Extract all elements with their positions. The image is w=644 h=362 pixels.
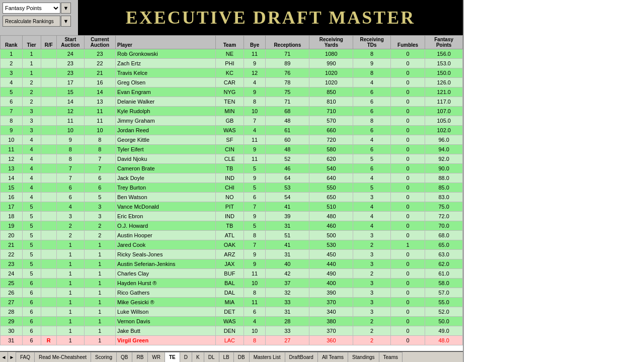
cell-start-auction: 1 — [56, 307, 84, 317]
tab-all-teams[interactable]: All Teams — [318, 352, 348, 362]
cell-fumbles: 0 — [390, 116, 425, 126]
cell-bye: 8 — [244, 288, 266, 298]
cell-team: MIN — [215, 107, 244, 116]
cell-tier: 6 — [22, 326, 41, 336]
cell-tier: 5 — [22, 250, 41, 259]
recalculate-dropdown-arrow[interactable]: ▼ — [61, 16, 71, 27]
table-row[interactable]: 5 2 15 14 Evan Engram NYG 9 75 850 6 0 1… — [1, 87, 463, 97]
cell-rank: 17 — [1, 202, 23, 212]
cell-tier: 4 — [22, 135, 41, 145]
tab-standings[interactable]: Standings — [348, 352, 379, 362]
cell-rf — [41, 164, 56, 173]
table-row[interactable]: 29 6 1 1 Vernon Davis WAS 4 28 380 2 0 5… — [1, 317, 463, 326]
table-row[interactable]: 14 4 7 6 Jack Doyle IND 9 64 640 4 0 88.… — [1, 173, 463, 183]
table-row[interactable]: 31 6 R 1 1 Virgil Green LAC 8 27 360 2 0… — [1, 336, 463, 345]
col-receiving-tds: ReceivingTDs — [353, 36, 391, 49]
cell-bye: 5 — [244, 221, 266, 231]
table-row[interactable]: 27 6 1 1 Mike Gesicki ® MIA 11 33 370 3 … — [1, 298, 463, 307]
table-row[interactable]: 7 3 12 11 Kyle Rudolph MIN 10 68 710 6 0… — [1, 107, 463, 116]
recalculate-button[interactable]: Recalculate Rankings — [3, 16, 60, 27]
tab-dl[interactable]: DL — [204, 352, 219, 362]
cell-fumbles: 0 — [390, 107, 425, 116]
tab-faq[interactable]: FAQ — [16, 352, 35, 362]
cell-fantasy-points: 68.0 — [425, 231, 463, 240]
tab-db[interactable]: DB — [234, 352, 250, 362]
table-row[interactable]: 20 5 2 2 Austin Hooper ATL 8 51 500 3 0 … — [1, 231, 463, 240]
cell-bye: 11 — [244, 298, 266, 307]
cell-receiving-tds: 2 — [353, 240, 391, 250]
cell-start-auction: 1 — [56, 326, 84, 336]
tab-k[interactable]: K — [192, 352, 204, 362]
cell-fumbles: 0 — [390, 164, 425, 173]
cell-start-auction: 10 — [56, 126, 84, 135]
table-row[interactable]: 4 2 17 16 Greg Olsen CAR 4 78 1020 4 0 1… — [1, 78, 463, 87]
table-row[interactable]: 11 4 8 8 Tyler Eifert CIN 9 48 580 6 0 9… — [1, 145, 463, 154]
table-row[interactable]: 1 1 24 23 Rob Gronkowski NE 11 71 1080 8… — [1, 49, 463, 59]
cell-bye: 9 — [244, 259, 266, 269]
table-row[interactable]: 23 5 1 1 Austin Seferian-Jenkins JAX 9 4… — [1, 259, 463, 269]
cell-fantasy-points: 58.0 — [425, 279, 463, 288]
cell-bye: 9 — [244, 145, 266, 154]
tabs-scroll-right[interactable]: ► — [8, 352, 16, 362]
table-row[interactable]: 26 6 1 1 Rico Gathers DAL 8 32 390 3 0 5… — [1, 288, 463, 298]
table-row[interactable]: 24 5 1 1 Charles Clay BUF 11 42 490 2 0 … — [1, 269, 463, 279]
cell-bye: 9 — [244, 59, 266, 68]
cell-bye: 8 — [244, 336, 266, 345]
cell-player: Jordan Reed — [115, 126, 215, 135]
cell-receptions: 52 — [266, 154, 309, 164]
tab-lb[interactable]: LB — [219, 352, 234, 362]
table-row[interactable]: 28 6 1 1 Luke Willson DET 6 31 340 3 0 5… — [1, 307, 463, 317]
table-row[interactable]: 12 4 8 7 David Njoku CLE 11 52 620 5 0 9… — [1, 154, 463, 164]
tab-te[interactable]: TE — [165, 352, 180, 362]
tab-draftboard[interactable]: DraftBoard — [285, 352, 318, 362]
dropdown-arrow[interactable]: ▼ — [61, 3, 71, 14]
table-row[interactable]: 21 5 1 1 Jared Cook OAK 7 41 530 2 1 65.… — [1, 240, 463, 250]
tab-read-me[interactable]: Read Me-Cheatsheet — [35, 352, 91, 362]
cell-team: DET — [215, 307, 244, 317]
tab-scoring[interactable]: Scoring — [91, 352, 117, 362]
table-row[interactable]: 25 6 1 1 Hayden Hurst ® BAL 10 37 400 3 … — [1, 279, 463, 288]
table-row[interactable]: 9 3 10 10 Jordan Reed WAS 4 61 660 6 0 1… — [1, 126, 463, 135]
tab-d[interactable]: D — [180, 352, 192, 362]
tab-masters-list[interactable]: Masters List — [250, 352, 285, 362]
table-row[interactable]: 15 4 6 6 Trey Burton CHI 5 53 550 5 0 85… — [1, 183, 463, 193]
cell-receptions: 75 — [266, 87, 309, 97]
table-row[interactable]: 10 4 9 8 George Kittle SF 11 60 720 4 0 … — [1, 135, 463, 145]
table-row[interactable]: 22 5 1 1 Ricky Seals-Jones ARZ 9 31 450 … — [1, 250, 463, 259]
table-row[interactable]: 18 5 3 3 Eric Ebron IND 9 39 480 4 0 72.… — [1, 212, 463, 221]
cell-player: Virgil Green — [115, 336, 215, 345]
cell-fumbles: 0 — [390, 307, 425, 317]
cell-tier: 3 — [22, 107, 41, 116]
main-table-container[interactable]: Rank Tier R/F StartAuction CurrentAuctio… — [0, 35, 463, 357]
table-row[interactable]: 2 1 23 22 Zach Ertz PHI 9 89 990 9 0 153… — [1, 59, 463, 68]
cell-receiving-tds: 6 — [353, 97, 391, 107]
cell-current-auction: 1 — [84, 288, 115, 298]
cell-receptions: 54 — [266, 193, 309, 202]
cell-current-auction: 1 — [84, 250, 115, 259]
table-row[interactable]: 8 3 11 11 Jimmy Graham GB 7 48 570 8 0 1… — [1, 116, 463, 126]
table-row[interactable]: 19 5 2 2 O.J. Howard TB 5 31 460 4 0 70.… — [1, 221, 463, 231]
table-row[interactable]: 13 4 7 7 Cameron Brate TB 5 46 540 6 0 9… — [1, 164, 463, 173]
table-row[interactable]: 30 6 1 1 Jake Butt DEN 10 33 370 2 0 49.… — [1, 326, 463, 336]
cell-start-auction: 2 — [56, 221, 84, 231]
cell-current-auction: 23 — [84, 49, 115, 59]
metric-dropdown[interactable]: Fantasy Points — [3, 3, 60, 14]
cell-receiving-yards: 380 — [309, 317, 353, 326]
tabs-scroll-left[interactable]: ◄ — [0, 352, 8, 362]
tab-teams[interactable]: Teams — [379, 352, 403, 362]
cell-tier: 4 — [22, 193, 41, 202]
tab-wr[interactable]: WR — [148, 352, 165, 362]
table-row[interactable]: 16 4 6 5 Ben Watson NO 6 54 650 3 0 83.0 — [1, 193, 463, 202]
tab-rb[interactable]: RB — [132, 352, 148, 362]
cell-player: Luke Willson — [115, 307, 215, 317]
tab-qb[interactable]: QB — [117, 352, 132, 362]
cell-receiving-tds: 3 — [353, 193, 391, 202]
table-row[interactable]: 3 1 23 21 Travis Kelce KC 12 76 1020 8 0… — [1, 68, 463, 78]
table-row[interactable]: 6 2 14 13 Delanie Walker TEN 8 71 810 6 … — [1, 97, 463, 107]
table-row[interactable]: 17 5 4 3 Vance McDonald PIT 7 41 510 4 0… — [1, 202, 463, 212]
cell-rank: 26 — [1, 288, 23, 298]
cell-current-auction: 11 — [84, 116, 115, 126]
cell-bye: 12 — [244, 68, 266, 78]
cell-rf — [41, 202, 56, 212]
cell-bye: 6 — [244, 193, 266, 202]
